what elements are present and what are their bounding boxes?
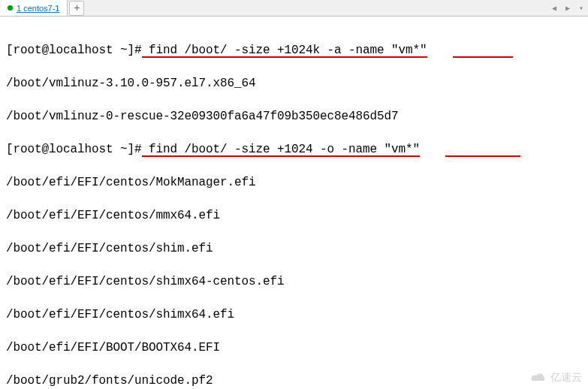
terminal-line: /boot/grub2/fonts/unicode.pf2 — [6, 372, 582, 389]
cloud-icon — [529, 372, 547, 384]
highlight-underline — [445, 155, 520, 157]
watermark-text: 亿速云 — [550, 371, 582, 384]
tab-status-icon — [8, 5, 13, 11]
shell-prompt: [root@localhost ~]# — [6, 143, 142, 156]
tab-bar: 1 centos7-1 + ◀ ▶ ▾ — [0, 0, 588, 17]
highlight-underline — [453, 56, 513, 58]
terminal-tab-1[interactable]: 1 centos7-1 — [0, 0, 68, 16]
command-text: find /boot/ -size +1024k -a -name "vm*" — [142, 44, 427, 57]
terminal-line: /boot/efi/EFI/centos/shim.efi — [6, 240, 582, 257]
terminal-line: /boot/efi/EFI/centos/MokManager.efi — [6, 174, 582, 191]
shell-prompt: [root@localhost ~]# — [6, 44, 142, 57]
tab-menu-button[interactable]: ▾ — [576, 3, 586, 14]
terminal-line: /boot/vmlinuz-3.10.0-957.el7.x86_64 — [6, 75, 582, 92]
watermark: 亿速云 — [529, 371, 582, 384]
terminal-line: [root@localhost ~]# find /boot/ -size +1… — [6, 141, 582, 158]
terminal-line: [root@localhost ~]# find /boot/ -size +1… — [6, 42, 582, 59]
terminal-line: /boot/efi/EFI/centos/mmx64.efi — [6, 207, 582, 224]
terminal-line: /boot/efi/EFI/centos/shimx64-centos.efi — [6, 273, 582, 290]
add-tab-button[interactable]: + — [69, 1, 84, 16]
tab-label: 1 centos7-1 — [17, 4, 59, 13]
next-tab-button[interactable]: ▶ — [562, 3, 573, 14]
terminal-line: /boot/efi/EFI/BOOT/BOOTX64.EFI — [6, 339, 582, 356]
terminal-line: /boot/efi/EFI/centos/shimx64.efi — [6, 306, 582, 323]
command-text: find /boot/ -size +1024 -o -name "vm*" — [142, 143, 421, 156]
terminal-output[interactable]: [root@localhost ~]# find /boot/ -size +1… — [0, 17, 588, 389]
prev-tab-button[interactable]: ◀ — [549, 3, 559, 14]
terminal-line: /boot/vmlinuz-0-rescue-32e09300fa6a47f09… — [6, 108, 582, 125]
